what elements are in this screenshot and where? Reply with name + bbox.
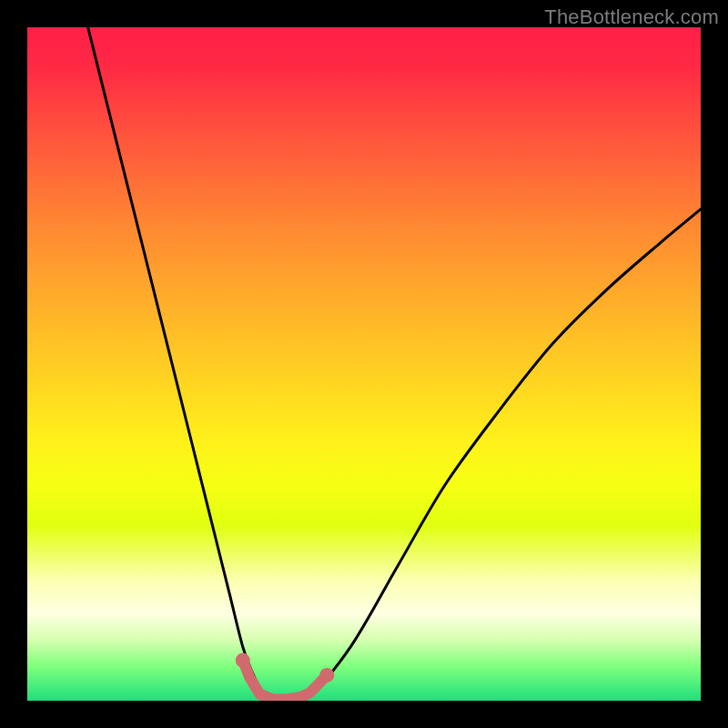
bottleneck-curve	[88, 27, 701, 701]
marker-endpoint	[319, 668, 334, 682]
marker-segment	[243, 661, 328, 700]
watermark-text: TheBottleneck.com	[544, 5, 719, 29]
plot-area	[27, 27, 701, 701]
curve-svg	[27, 27, 701, 701]
marker-endpoint	[236, 653, 250, 668]
chart-container: TheBottleneck.com	[0, 0, 728, 728]
